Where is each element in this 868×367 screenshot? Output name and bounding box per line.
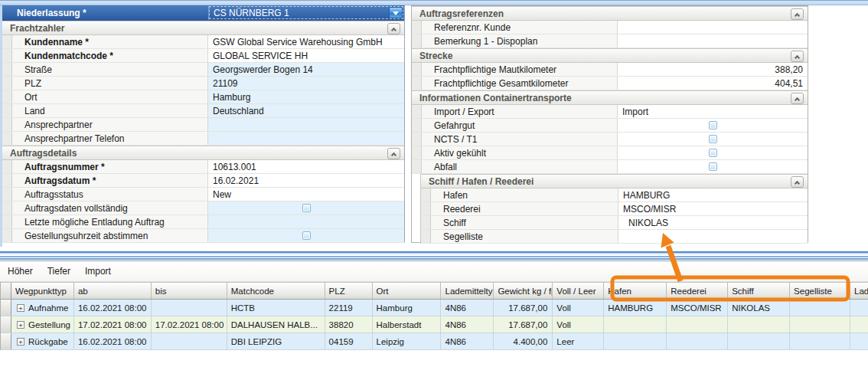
- field-value[interactable]: MSCO/MISR: [618, 202, 808, 215]
- field-value-text: Deutschland: [213, 106, 264, 116]
- collapse-button[interactable]: [791, 176, 804, 188]
- field-row-ort: OrtHamburg: [2, 90, 404, 104]
- field-value[interactable]: [208, 202, 404, 215]
- field-label: Frachtpflichtige Mautkilometer: [422, 63, 618, 76]
- waypoints-table: WegpunkttypabbisMatchcodePLZOrtLademitte…: [0, 282, 868, 350]
- field-value[interactable]: 16.02.2021: [208, 174, 404, 187]
- field-value[interactable]: [618, 160, 808, 173]
- table-cell: [152, 333, 227, 349]
- row-selector[interactable]: [1, 316, 11, 333]
- field-label: Kundenname *: [12, 35, 208, 48]
- field-value[interactable]: HAMBURG: [618, 188, 808, 202]
- field-value[interactable]: [208, 229, 404, 242]
- field-value[interactable]: 21109: [208, 77, 404, 90]
- top-splitter[interactable]: [0, 0, 868, 5]
- field-value[interactable]: Import: [618, 105, 808, 118]
- section-header-schiff-hafen-reederei: Schiff / Hafen / Reederei: [421, 174, 808, 188]
- field-row-land: LandDeutschland: [2, 104, 404, 118]
- column-header-schiff[interactable]: Schiff: [728, 283, 790, 299]
- niederlassung-row[interactable]: Niederlassung * CS NÜRNBERG 1: [2, 5, 404, 21]
- field-row-bemerkung-1-dispoplan: Bemerkung 1 - Dispoplan: [412, 34, 808, 48]
- column-header-ort[interactable]: Ort: [373, 283, 442, 299]
- field-value[interactable]: 404,51: [618, 77, 808, 90]
- field-label: Straße: [12, 63, 208, 76]
- niederlassung-combobox[interactable]: CS NÜRNBERG 1: [208, 5, 404, 20]
- collapse-button[interactable]: [791, 93, 804, 104]
- table-cell: 4.400,00: [494, 333, 553, 349]
- checkbox[interactable]: [709, 162, 717, 171]
- field-row-plz: PLZ21109: [2, 77, 404, 90]
- checkbox[interactable]: [302, 231, 311, 240]
- horizontal-splitter[interactable]: [0, 251, 868, 261]
- field-value[interactable]: [618, 21, 808, 34]
- field-value[interactable]: 388,20: [618, 63, 808, 76]
- column-header-gewicht-kg-fp[interactable]: Gewicht kg / fp: [494, 283, 553, 299]
- table-row[interactable]: +Aufnahme16.02.2021 08:00HCTB22119Hambur…: [1, 300, 868, 316]
- checkbox[interactable]: [709, 135, 717, 143]
- field-value[interactable]: [208, 118, 404, 131]
- menu-item-hoher[interactable]: Höher: [7, 264, 34, 278]
- field-value[interactable]: Deutschland: [208, 104, 404, 117]
- row-selector[interactable]: [1, 300, 11, 316]
- column-header-matchcode[interactable]: Matchcode: [227, 283, 325, 299]
- column-header-segelliste[interactable]: Segelliste: [790, 283, 850, 299]
- field-value[interactable]: [208, 132, 404, 145]
- collapse-button[interactable]: [387, 148, 400, 159]
- field-row-auftragsnummer: Auftragsnummer *10613.001: [2, 160, 404, 174]
- field-value[interactable]: [618, 34, 808, 48]
- table-cell: [667, 316, 728, 333]
- column-header-ab[interactable]: ab: [74, 283, 152, 299]
- field-value[interactable]: [618, 133, 808, 146]
- checkbox[interactable]: [709, 121, 717, 129]
- field-label: Letzte mögliche Entladung Auftrag: [12, 215, 208, 228]
- row-gutter: [2, 104, 12, 117]
- field-label: Auftragsnummer *: [12, 160, 208, 173]
- field-row-ansprechpartner-telefon: Ansprechpartner Telefon: [2, 132, 404, 146]
- expand-icon[interactable]: +: [17, 304, 24, 312]
- checkbox[interactable]: [302, 204, 311, 212]
- row-selector[interactable]: [1, 333, 11, 349]
- collapse-button[interactable]: [791, 8, 804, 20]
- column-header-reederei[interactable]: Reederei: [667, 283, 728, 299]
- field-value[interactable]: GLOBAL SERVICE HH: [208, 49, 404, 62]
- field-value[interactable]: [618, 230, 808, 243]
- field-value[interactable]: [618, 146, 808, 159]
- field-label: Import / Export: [422, 105, 618, 118]
- field-value[interactable]: New: [208, 188, 404, 201]
- table-row[interactable]: +Gestellung17.02.2021 08:0017.02.2021 08…: [1, 316, 868, 333]
- field-value[interactable]: [208, 215, 404, 228]
- section-header-auftragsreferenzen: Auftragsreferenzen: [412, 6, 808, 21]
- column-header-lademitteltyp[interactable]: Lademitteltyp: [441, 283, 494, 299]
- field-label: Referenznr. Kunde: [422, 21, 618, 34]
- table-cell: Leer: [553, 333, 604, 349]
- checkbox[interactable]: [709, 149, 717, 157]
- dropdown-button[interactable]: [389, 7, 403, 18]
- field-value[interactable]: Georgswerder Bogen 14: [208, 63, 404, 76]
- expand-icon[interactable]: +: [17, 338, 24, 346]
- field-label: Bemerkung 1 - Dispoplan: [422, 34, 618, 48]
- field-row-auftragsdatum: Auftragsdatum *16.02.2021: [2, 174, 404, 188]
- collapse-button[interactable]: [791, 51, 804, 62]
- collapse-button[interactable]: [387, 23, 400, 34]
- field-row-aktiv-gekuhlt: Aktiv gekühlt: [412, 146, 808, 160]
- column-header-bis[interactable]: bis: [152, 283, 227, 299]
- field-row-ansprechpartner: Ansprechpartner: [2, 118, 404, 132]
- field-value[interactable]: Hamburg: [208, 90, 404, 103]
- menu-item-tiefer[interactable]: Tiefer: [47, 264, 71, 278]
- table-cell: 16.02.2021 08:00: [74, 333, 152, 349]
- field-value[interactable]: GSW Global Service Warehousing GmbH: [208, 35, 404, 48]
- column-header-plz[interactable]: PLZ: [325, 283, 373, 299]
- expand-icon[interactable]: +: [17, 321, 24, 329]
- column-header-hafen[interactable]: Hafen: [604, 283, 667, 299]
- section-title: Informationen Containertransporte: [419, 93, 572, 103]
- column-header-wegpunkttyp[interactable]: Wegpunkttyp: [11, 283, 74, 299]
- table-row[interactable]: +Rückgabe16.02.2021 08:00DBI LEIPZIG0415…: [1, 333, 868, 350]
- field-value[interactable]: 10613.001: [208, 160, 404, 173]
- field-value-text: 10613.001: [213, 162, 256, 172]
- row-gutter: [2, 160, 12, 173]
- column-header-lad[interactable]: Lad: [850, 283, 868, 299]
- field-value[interactable]: [618, 119, 808, 132]
- field-value[interactable]: NIKOLAS: [618, 216, 808, 229]
- column-header-voll-leer[interactable]: Voll / Leer: [553, 283, 604, 299]
- menu-item-import[interactable]: Import: [84, 264, 112, 278]
